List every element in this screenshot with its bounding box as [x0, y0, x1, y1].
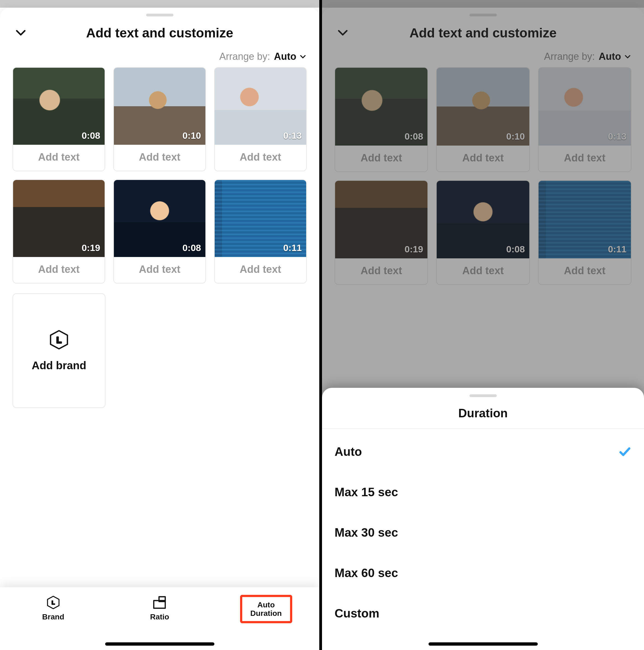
home-indicator[interactable]: [105, 642, 214, 646]
clip-duration: 0:11: [283, 243, 302, 253]
tab-brand[interactable]: L Brand: [1, 595, 106, 621]
svg-text:L: L: [51, 600, 55, 606]
ratio-icon: [152, 595, 167, 610]
clip-duration: 0:08: [82, 130, 100, 141]
option-label: Max 15 sec: [334, 485, 398, 499]
clip-card[interactable]: 0:11 Add text: [214, 179, 307, 284]
tab-duration-line1: Auto: [250, 601, 282, 609]
clip-card[interactable]: 0:08 Add text: [113, 179, 206, 284]
clip-thumbnail[interactable]: 0:08: [13, 68, 105, 145]
sheet-handle[interactable]: [469, 394, 497, 397]
duration-option-auto[interactable]: Auto: [334, 432, 632, 472]
bottom-tabbar: L Brand Ratio Auto: [0, 587, 319, 650]
brand-icon: L: [46, 595, 61, 610]
duration-option-custom[interactable]: Custom: [334, 593, 632, 634]
customize-sheet: Add text and customize Arrange by: Auto …: [0, 8, 319, 650]
brand-hex-icon: L: [48, 329, 69, 350]
duration-sheet: Duration Auto Max 15 sec Max 30 sec Max …: [322, 388, 644, 650]
sheet-handle[interactable]: [146, 14, 173, 16]
add-text-button[interactable]: Add text: [114, 257, 205, 283]
duration-options: Auto Max 15 sec Max 30 sec Max 60 sec Cu…: [322, 429, 644, 634]
add-text-button[interactable]: Add text: [13, 257, 105, 283]
arrange-by-row: Arrange by: Auto: [0, 49, 319, 67]
duration-option-30[interactable]: Max 30 sec: [334, 512, 632, 553]
add-brand-card[interactable]: L Add brand: [12, 293, 105, 408]
screen-right: Add text and customize Arrange by: Auto …: [322, 0, 644, 650]
clip-card[interactable]: 0:10 Add text: [113, 67, 206, 171]
home-indicator[interactable]: [429, 642, 538, 646]
screen-left: Add text and customize Arrange by: Auto …: [0, 0, 322, 650]
add-brand-label: Add brand: [32, 359, 86, 372]
option-label: Max 60 sec: [334, 566, 398, 580]
sheet-title: Add text and customize: [86, 25, 233, 40]
sheet-header: Add text and customize: [0, 16, 319, 49]
option-label: Max 30 sec: [334, 526, 398, 539]
svg-text:L: L: [57, 335, 62, 345]
collapse-icon[interactable]: [15, 27, 27, 39]
arrange-by-dropdown[interactable]: Auto: [274, 51, 307, 62]
clip-duration: 0:19: [82, 243, 100, 253]
clips-grid: 0:08 Add text 0:10 Add text 0:13 Add tex…: [0, 67, 319, 284]
tab-duration-line2: Duration: [250, 609, 282, 618]
clip-thumbnail[interactable]: 0:19: [13, 180, 105, 257]
status-bar-gap: [0, 0, 319, 8]
duration-option-15[interactable]: Max 15 sec: [334, 472, 632, 512]
arrange-by-value: Auto: [274, 51, 296, 62]
clip-duration: 0:10: [182, 130, 201, 141]
clip-thumbnail[interactable]: 0:11: [215, 180, 306, 257]
duration-title: Duration: [322, 397, 644, 429]
tab-ratio[interactable]: Ratio: [107, 595, 213, 621]
add-text-button[interactable]: Add text: [13, 145, 105, 171]
tab-duration[interactable]: Auto Duration: [213, 595, 319, 623]
option-label: Custom: [334, 607, 379, 620]
chevron-down-icon: [299, 53, 307, 60]
arrange-by-label: Arrange by:: [219, 51, 270, 62]
clip-thumbnail[interactable]: 0:10: [114, 68, 205, 145]
option-label: Auto: [334, 445, 362, 459]
tab-brand-label: Brand: [42, 613, 64, 621]
add-text-button[interactable]: Add text: [215, 257, 306, 283]
add-text-button[interactable]: Add text: [114, 145, 205, 171]
tab-duration-highlight: Auto Duration: [240, 595, 292, 623]
clip-duration: 0:08: [182, 243, 201, 253]
clip-card[interactable]: 0:19 Add text: [12, 179, 105, 284]
clip-card[interactable]: 0:08 Add text: [12, 67, 105, 171]
duration-option-60[interactable]: Max 60 sec: [334, 553, 632, 593]
add-text-button[interactable]: Add text: [215, 145, 306, 171]
clip-card[interactable]: 0:13 Add text: [214, 67, 307, 171]
clip-thumbnail[interactable]: 0:08: [114, 180, 205, 257]
tab-ratio-label: Ratio: [150, 613, 169, 621]
clip-thumbnail[interactable]: 0:13: [215, 68, 306, 145]
clip-duration: 0:13: [283, 130, 302, 141]
check-icon: [618, 445, 632, 458]
